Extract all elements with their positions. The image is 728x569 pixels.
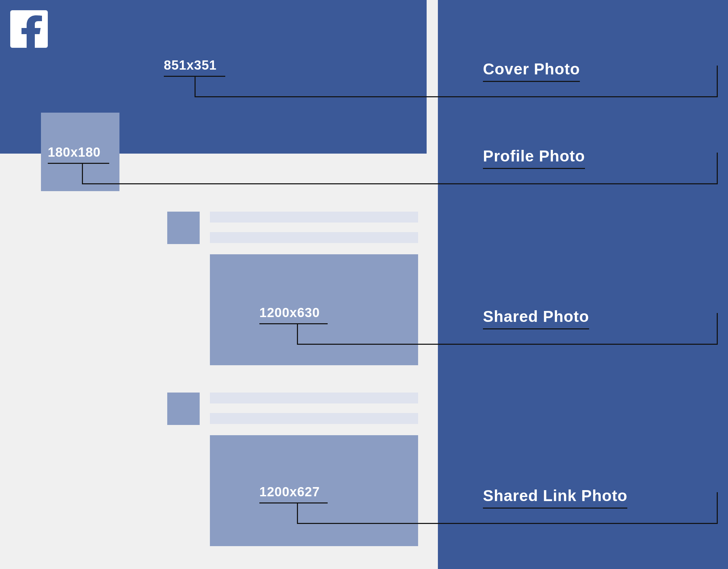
shared-dimension: 1200x630 xyxy=(259,305,320,320)
connector-line xyxy=(717,313,718,345)
post-text-line xyxy=(210,212,418,223)
connector-line xyxy=(195,96,717,97)
shared-label: Shared Photo xyxy=(483,307,589,329)
connector-line xyxy=(717,153,718,184)
post-text-line xyxy=(210,413,418,424)
labels-sidebar xyxy=(438,0,728,569)
connector-line xyxy=(297,523,717,524)
post-avatar xyxy=(167,212,200,244)
connector-line xyxy=(195,76,196,96)
connector-line xyxy=(297,344,717,345)
post-text-line xyxy=(210,232,418,243)
shared-link-label: Shared Link Photo xyxy=(483,486,627,509)
connector-line xyxy=(297,323,298,344)
cover-dimension: 851x351 xyxy=(164,58,217,73)
connector-line xyxy=(297,502,298,523)
connector-line xyxy=(717,492,718,524)
post-avatar xyxy=(167,393,200,425)
connector-line xyxy=(82,163,83,183)
connector-line xyxy=(717,66,718,97)
profile-label: Profile Photo xyxy=(483,147,585,169)
shared-link-dimension: 1200x627 xyxy=(259,485,320,499)
connector-line xyxy=(259,502,328,503)
facebook-logo-icon xyxy=(10,10,48,48)
post-text-line xyxy=(210,393,418,403)
profile-dimension: 180x180 xyxy=(48,145,101,160)
cover-label: Cover Photo xyxy=(483,60,580,82)
connector-line xyxy=(259,323,328,324)
connector-line xyxy=(48,163,109,164)
connector-line xyxy=(82,183,717,184)
